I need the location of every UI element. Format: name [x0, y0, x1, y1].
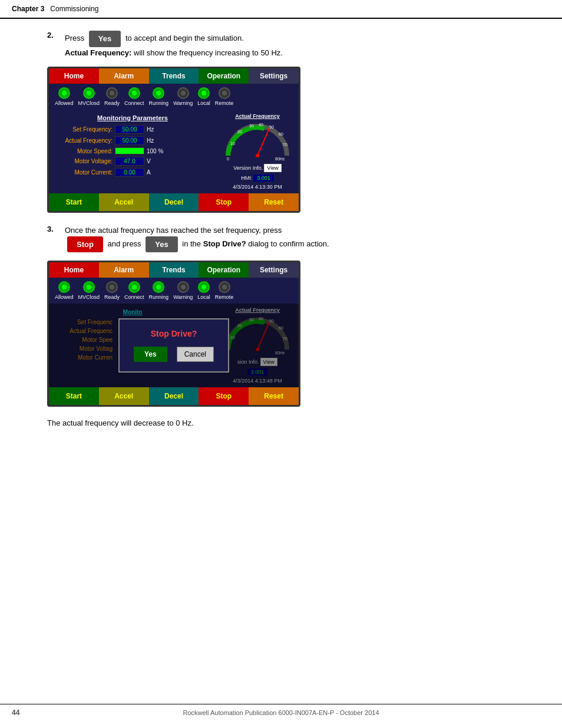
reset-btn-2[interactable]: Reset	[249, 387, 299, 405]
svg-point-3	[132, 91, 137, 95]
status-remote-2: Remote	[215, 281, 234, 300]
actual-freq-label: Actual Frequency:	[65, 48, 131, 57]
motor-speed-bar-container	[115, 147, 144, 154]
version-info-label-1: Version Info.	[233, 165, 263, 171]
status-allowed-2: Allowed	[55, 281, 74, 300]
motor-speed-bar	[115, 148, 144, 154]
accel-btn-1[interactable]: Accel	[99, 193, 149, 211]
nav-operation-2[interactable]: Operation	[199, 262, 249, 278]
version-row-1: Version Info. View	[233, 164, 281, 172]
dialog-cancel-btn[interactable]: Cancel	[177, 347, 214, 362]
version-view-btn-1[interactable]: View	[264, 164, 281, 172]
svg-point-26	[222, 285, 227, 289]
section-title-1: Monitoring Parameters	[54, 114, 211, 121]
hmi-body-1: Monitoring Parameters Set Frequency: 50.…	[49, 110, 299, 193]
step-3-end: dialog to confirm action.	[248, 239, 329, 248]
nav-trends-1[interactable]: Trends	[149, 68, 199, 84]
hmi-value-1: 3.001	[253, 174, 274, 182]
nav-alarm-1[interactable]: Alarm	[99, 68, 149, 84]
decel-btn-1[interactable]: Decel	[149, 193, 199, 211]
status-ready-1: Ready	[104, 87, 120, 106]
step-3-and-press: and press	[108, 239, 141, 248]
svg-point-0	[62, 91, 67, 95]
mvclosd-label-2: MVClosd	[78, 294, 100, 300]
svg-point-24	[181, 285, 186, 289]
stop-btn-2[interactable]: Stop	[199, 387, 249, 405]
decel-btn-2[interactable]: Decel	[149, 387, 199, 405]
btn-bar-2: Start Accel Decel Stop Reset	[49, 387, 299, 405]
reset-btn-1[interactable]: Reset	[249, 193, 299, 211]
yes-button-inline-2[interactable]: Yes	[146, 236, 177, 253]
dialog-buttons: Yes Cancel	[134, 347, 214, 362]
step-2-text: Press Yes to accept and begin the simula…	[65, 31, 283, 58]
connect-label-1: Connect	[124, 100, 144, 106]
hmi-panel-2: Home Alarm Trends Operation Settings All…	[47, 261, 300, 407]
status-local-1: Local	[197, 87, 210, 106]
motor-voltage-label: Motor Voltage:	[54, 158, 113, 164]
gauge-title-1: Actual Frequency	[235, 113, 280, 119]
status-row-1: Allowed MVClosd Ready	[49, 84, 299, 110]
nav-operation-1[interactable]: Operation	[199, 68, 249, 84]
svg-text:50: 50	[269, 125, 274, 129]
motor-current-unit: A	[147, 169, 158, 176]
accel-btn-2[interactable]: Accel	[99, 387, 149, 405]
step-2: 2. Press Yes to accept and begin the sim…	[47, 31, 527, 58]
step-3-number: 3.	[47, 225, 59, 233]
status-row-2: Allowed MVClosd Ready	[49, 278, 299, 304]
nav-settings-2[interactable]: Settings	[249, 262, 299, 278]
nav-home-2[interactable]: Home	[49, 262, 99, 278]
hmi-panel-2-wrapper: Home Alarm Trends Operation Settings All…	[47, 261, 300, 407]
dialog-overlay: Stop Drive? Yes Cancel	[49, 304, 299, 387]
param-set-freq: Set Frequency: 50.00 Hz	[54, 125, 211, 134]
final-note: The actual frequency will decrease to 0 …	[47, 419, 527, 427]
dialog-yes-btn[interactable]: Yes	[134, 347, 167, 362]
ready-icon-1	[106, 87, 118, 99]
publication-info: Rockwell Automation Publication 6000-IN0…	[183, 709, 379, 716]
stop-btn-1[interactable]: Stop	[199, 193, 249, 211]
step-3-text: Once the actual frequency has reached th…	[65, 225, 329, 252]
svg-point-7	[222, 91, 227, 95]
warning-label-2: Warning	[173, 294, 193, 300]
stop-button-inline[interactable]: Stop	[67, 236, 103, 253]
start-btn-2[interactable]: Start	[49, 387, 99, 405]
status-local-2: Local	[197, 281, 210, 300]
running-icon-2	[153, 281, 164, 293]
step-2-after: to accept and begin the simulation.	[125, 34, 244, 42]
svg-point-5	[181, 91, 186, 95]
motor-speed-unit: 100 %	[147, 148, 167, 154]
set-freq-value: 50.00	[115, 125, 144, 134]
btn-bar-1: Start Accel Decel Stop Reset	[49, 193, 299, 211]
nav-trends-2[interactable]: Trends	[149, 262, 199, 278]
hmi-label-1: HMI:	[241, 175, 252, 181]
nav-home-1[interactable]: Home	[49, 68, 99, 84]
svg-text:10: 10	[230, 141, 235, 146]
nav-alarm-2[interactable]: Alarm	[99, 262, 149, 278]
status-connect-2: Connect	[124, 281, 144, 300]
connect-icon-1	[128, 87, 140, 99]
hmi-version-row-1: HMI: 3.001	[241, 174, 274, 182]
step-2-before: Press	[65, 34, 84, 42]
page-header: Chapter 3 Commissioning	[0, 0, 562, 19]
yes-button-inline-1[interactable]: Yes	[89, 31, 121, 47]
running-icon-1	[153, 87, 164, 99]
status-connect-1: Connect	[124, 87, 144, 106]
nav-bar-1: Home Alarm Trends Operation Settings	[49, 68, 299, 84]
motor-voltage-value: 47.0	[115, 157, 144, 166]
svg-text:80Hz: 80Hz	[275, 157, 285, 161]
mvclosd-label-1: MVClosd	[78, 100, 100, 106]
allowed-icon-2	[58, 281, 70, 293]
chapter-label: Chapter 3	[12, 5, 44, 13]
status-mvclosd-2: MVClosd	[78, 281, 100, 300]
step-2-number: 2.	[47, 31, 59, 39]
gauge-svg-1: 0 10 20 30 40 50 60 70 80Hz	[222, 120, 293, 162]
start-btn-1[interactable]: Start	[49, 193, 99, 211]
section-label: Commissioning	[50, 5, 98, 13]
status-running-2: Running	[149, 281, 169, 300]
running-label-1: Running	[149, 100, 169, 106]
set-freq-unit: Hz	[147, 126, 158, 133]
status-allowed-1: Allowed	[55, 87, 74, 106]
dialog-title: Stop Drive?	[134, 329, 214, 338]
local-icon-1	[198, 87, 210, 99]
nav-settings-1[interactable]: Settings	[249, 68, 299, 84]
running-label-2: Running	[149, 294, 169, 300]
